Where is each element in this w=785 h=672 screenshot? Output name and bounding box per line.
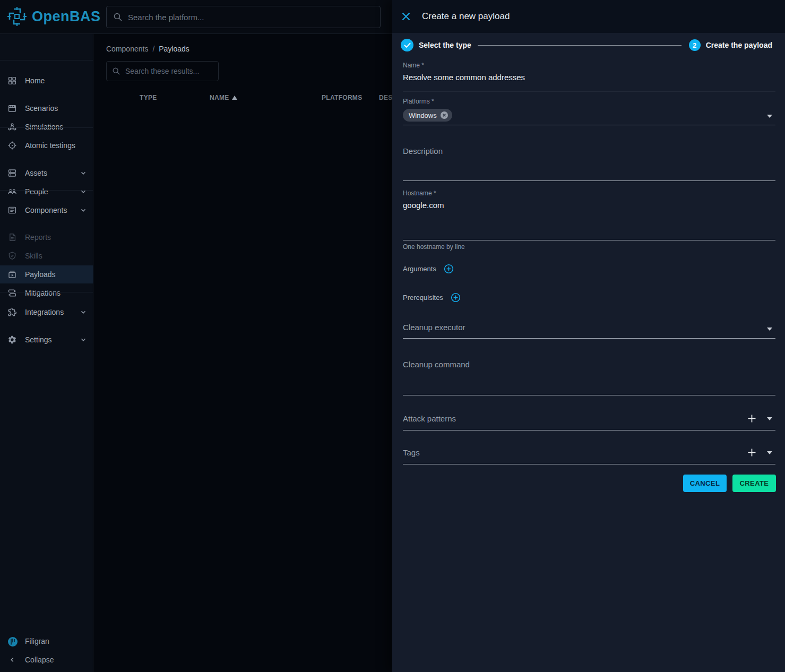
sidebar-divider [0, 60, 93, 61]
hostname-label: Hostname * [403, 189, 775, 197]
people-icon [7, 187, 17, 196]
breadcrumb-components[interactable]: Components [106, 45, 148, 53]
breadcrumb-separator: / [152, 45, 154, 53]
sidebar-divider [0, 190, 93, 191]
chevron-down-icon [80, 188, 87, 195]
sidebar-item-components[interactable]: Components [0, 201, 93, 219]
scenarios-icon [7, 104, 17, 113]
create-button[interactable]: CREATE [732, 475, 776, 492]
home-icon [7, 76, 17, 85]
atomic-testings-icon [7, 141, 17, 150]
add-argument-icon[interactable] [444, 264, 454, 274]
simulations-icon [7, 122, 17, 132]
attack-patterns-field[interactable]: Attack patterns [403, 412, 775, 430]
platform-search-input[interactable] [128, 13, 374, 22]
cancel-button[interactable]: CANCEL [683, 475, 727, 492]
sort-asc-icon [232, 96, 237, 100]
sidebar-item-mitigations[interactable]: Mitigations [0, 284, 93, 302]
drawer-title: Create a new payload [422, 11, 510, 22]
step-2-circle: 2 [689, 39, 701, 51]
results-search-input[interactable] [125, 67, 213, 75]
name-field[interactable]: Name * Resolve some common addresses [403, 62, 775, 91]
platforms-label: Platforms * [403, 98, 775, 105]
chevron-down-icon [80, 169, 87, 177]
arguments-row: Arguments [403, 264, 454, 274]
name-label: Name * [403, 62, 775, 69]
platform-chip-windows[interactable]: Windows [403, 109, 452, 122]
openbas-logo[interactable]: OpenBAS [6, 6, 101, 27]
breadcrumb: Components / Payloads [106, 45, 189, 53]
column-header-name[interactable]: NAME [210, 94, 237, 101]
prerequisites-row: Prerequisites [403, 292, 461, 303]
sidebar-item-scenarios[interactable]: Scenarios [0, 99, 93, 117]
results-search[interactable] [106, 61, 219, 81]
arguments-label: Arguments [403, 265, 436, 273]
sidebar-divider [0, 292, 93, 292]
attack-patterns-label: Attack patterns [403, 414, 775, 423]
name-input-value[interactable]: Resolve some common addresses [403, 73, 775, 82]
reports-icon [7, 232, 17, 242]
close-icon[interactable] [401, 11, 411, 22]
add-tag-icon[interactable] [747, 448, 756, 457]
sidebar-item-reports[interactable]: Reports [0, 228, 93, 246]
collapse-sidebar-button[interactable]: Collapse [0, 651, 93, 669]
add-attack-pattern-icon[interactable] [747, 414, 756, 423]
collapse-icon [7, 655, 17, 665]
brand-name: OpenBAS [32, 8, 101, 25]
cleanup-command-field[interactable]: Cleanup command [403, 357, 775, 395]
sidebar-item-payloads[interactable]: Payloads [0, 265, 93, 283]
stepper-connector [478, 45, 682, 46]
create-payload-drawer: Create a new payload Select the type 2 C… [392, 0, 785, 672]
skills-icon [7, 251, 17, 261]
sidebar-item-assets[interactable]: Assets [0, 164, 93, 182]
hostname-field[interactable]: Hostname * google.com [403, 189, 775, 240]
chevron-down-icon [80, 206, 87, 214]
tags-field[interactable]: Tags [403, 446, 775, 464]
dropdown-caret-icon[interactable] [767, 451, 772, 454]
payloads-icon [7, 270, 17, 279]
platform-search[interactable] [106, 6, 381, 28]
openbas-logo-icon [6, 6, 28, 27]
sidebar: Home Scenarios Simulations Atomic tes [0, 34, 93, 672]
add-prerequisite-icon[interactable] [451, 292, 461, 303]
cleanup-executor-select[interactable]: Cleanup executor [403, 323, 775, 339]
chip-delete-icon[interactable] [440, 111, 448, 119]
dropdown-caret-icon[interactable] [767, 417, 772, 420]
hostname-helper-text: One hostname by line [403, 243, 465, 251]
step-1-label: Select the type [419, 41, 471, 49]
search-icon [113, 12, 123, 22]
sidebar-item-atomic-testings[interactable]: Atomic testings [0, 136, 93, 154]
chevron-down-icon [80, 336, 87, 343]
sidebar-item-people[interactable]: People [0, 183, 93, 201]
step-1-completed-icon [401, 39, 413, 51]
filigran-link[interactable]: Filigran [0, 632, 93, 650]
settings-icon [7, 335, 17, 344]
platforms-field[interactable]: Platforms * Windows [403, 98, 775, 125]
description-label: Description [403, 147, 775, 156]
search-icon [112, 67, 120, 75]
tags-label: Tags [403, 448, 775, 457]
chevron-down-icon [80, 308, 87, 316]
dropdown-caret-icon[interactable] [767, 328, 772, 331]
sidebar-item-skills[interactable]: Skills [0, 247, 93, 265]
step-2-label: Create the payload [706, 41, 772, 49]
cleanup-executor-label: Cleanup executor [403, 323, 775, 332]
description-field[interactable]: Description [403, 143, 775, 181]
payload-stepper: Select the type 2 Create the payload [392, 33, 785, 57]
column-header-platforms[interactable]: PLATFORMS [322, 94, 362, 101]
sidebar-divider [0, 127, 93, 128]
components-icon [7, 205, 17, 215]
sidebar-item-home[interactable]: Home [0, 70, 93, 91]
prerequisites-label: Prerequisites [403, 294, 443, 301]
cleanup-command-label: Cleanup command [403, 360, 775, 369]
drawer-header: Create a new payload [392, 0, 785, 33]
hostname-input-value[interactable]: google.com [403, 201, 775, 210]
sidebar-item-simulations[interactable]: Simulations [0, 118, 93, 136]
sidebar-item-integrations[interactable]: Integrations [0, 303, 93, 321]
column-header-type[interactable]: TYPE [140, 94, 157, 101]
dropdown-caret-icon[interactable] [767, 115, 772, 118]
sidebar-item-settings[interactable]: Settings [0, 331, 93, 349]
assets-icon [7, 168, 17, 178]
mitigations-icon [7, 288, 17, 298]
integrations-icon [7, 307, 17, 317]
